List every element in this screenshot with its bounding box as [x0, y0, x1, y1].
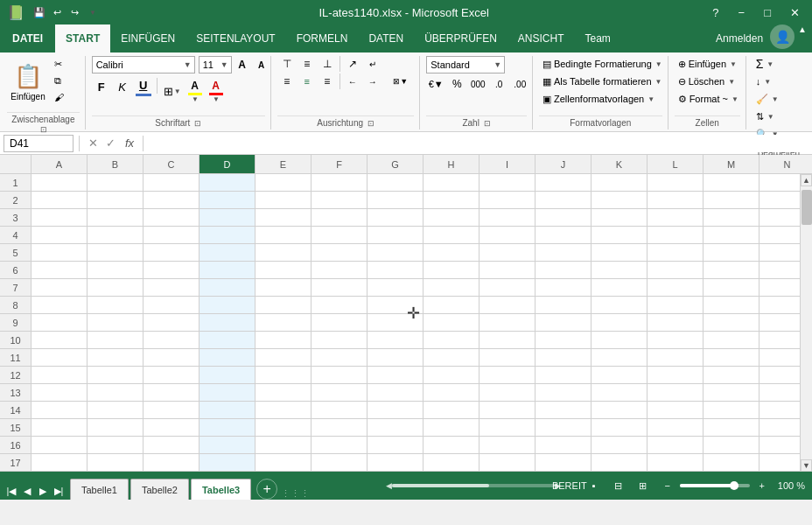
cell-C3[interactable]	[144, 209, 200, 227]
user-avatar[interactable]: 👤	[770, 24, 794, 49]
number-format-selector[interactable]: Standard ▼	[426, 56, 505, 74]
cell-K15[interactable]	[592, 419, 648, 437]
cell-B2[interactable]	[88, 192, 144, 209]
fill-dropdown-icon[interactable]: ▼	[764, 78, 771, 86]
cell-K14[interactable]	[592, 402, 648, 419]
cell-M13[interactable]	[704, 384, 760, 402]
cell-H12[interactable]	[424, 367, 480, 384]
font-size-dropdown-icon[interactable]: ▼	[220, 60, 231, 69]
cell-N1[interactable]	[760, 174, 800, 192]
cell-E2[interactable]	[256, 192, 312, 209]
col-header-M[interactable]: M	[704, 155, 760, 173]
col-header-D[interactable]: D	[200, 155, 256, 173]
cell-B11[interactable]	[88, 349, 144, 367]
col-header-N[interactable]: N	[760, 155, 800, 173]
cell-B6[interactable]	[88, 262, 144, 279]
tab-einfuegen[interactable]: EINFÜGEN	[110, 24, 186, 52]
cell-E14[interactable]	[256, 402, 312, 419]
cell-N8[interactable]	[760, 297, 800, 314]
cell-F9[interactable]	[312, 314, 368, 332]
cell-M11[interactable]	[704, 349, 760, 367]
cell-E11[interactable]	[256, 349, 312, 367]
cell-D1[interactable]	[200, 174, 256, 192]
cell-G1[interactable]	[368, 174, 424, 192]
redo-icon[interactable]: ↪	[66, 4, 82, 20]
cell-D14[interactable]	[200, 402, 256, 419]
cell-J3[interactable]	[536, 209, 592, 227]
cell-C11[interactable]	[144, 349, 200, 367]
cell-J10[interactable]	[536, 332, 592, 349]
row-header-8[interactable]: 8	[0, 297, 31, 314]
sort-filter-dropdown-icon[interactable]: ▼	[767, 113, 774, 121]
tab-formeln[interactable]: FORMELN	[286, 24, 359, 52]
cell-B14[interactable]	[88, 402, 144, 419]
zoom-out-button[interactable]: −	[659, 477, 676, 494]
align-center-button[interactable]: ≡	[298, 74, 317, 89]
cell-A12[interactable]	[32, 367, 88, 384]
cell-A4[interactable]	[32, 227, 88, 244]
cell-B3[interactable]	[88, 209, 144, 227]
sheet-nav-first-icon[interactable]: |◀	[4, 482, 19, 500]
sheet-nav-prev-icon[interactable]: ◀	[19, 482, 35, 500]
minimize-button[interactable]: −	[733, 6, 751, 19]
cell-E17[interactable]	[256, 454, 312, 472]
cell-H13[interactable]	[424, 384, 480, 402]
cell-H8[interactable]	[424, 297, 480, 314]
font-color-button[interactable]: A ▼	[206, 78, 226, 105]
conditional-format-button[interactable]: ▤ Bedingte Formatierung ▼	[539, 56, 666, 72]
cell-K9[interactable]	[592, 314, 648, 332]
cell-J8[interactable]	[536, 297, 592, 314]
text-angle-button[interactable]: ↗	[343, 56, 362, 72]
cell-G2[interactable]	[368, 192, 424, 209]
font-increase-button[interactable]: A	[234, 56, 251, 74]
cell-K17[interactable]	[592, 454, 648, 472]
col-header-I[interactable]: I	[480, 155, 536, 173]
cell-G10[interactable]	[368, 332, 424, 349]
cell-J12[interactable]	[536, 367, 592, 384]
cell-K8[interactable]	[592, 297, 648, 314]
cell-I16[interactable]	[480, 437, 536, 454]
border-dropdown-icon[interactable]: ▼	[174, 88, 181, 95]
cell-E5[interactable]	[256, 244, 312, 262]
cell-I5[interactable]	[480, 244, 536, 262]
sheet-nav-next-icon[interactable]: ▶	[35, 482, 51, 500]
cell-B4[interactable]	[88, 227, 144, 244]
cell-C1[interactable]	[144, 174, 200, 192]
cell-A9[interactable]	[32, 314, 88, 332]
format-as-table-dropdown-icon[interactable]: ▼	[655, 78, 662, 86]
zoom-thumb[interactable]	[730, 481, 738, 490]
cell-K11[interactable]	[592, 349, 648, 367]
decrease-decimal-button[interactable]: .00	[510, 75, 529, 93]
insert-cells-dropdown-icon[interactable]: ▼	[730, 60, 737, 68]
row-header-3[interactable]: 3	[0, 209, 31, 227]
cell-J16[interactable]	[536, 437, 592, 454]
cell-I8[interactable]	[480, 297, 536, 314]
row-header-12[interactable]: 12	[0, 367, 31, 384]
cell-C17[interactable]	[144, 454, 200, 472]
row-header-9[interactable]: 9	[0, 314, 31, 332]
cell-J6[interactable]	[536, 262, 592, 279]
tab-datei[interactable]: DATEI	[0, 24, 55, 52]
cell-N15[interactable]	[760, 419, 800, 437]
h-scroll-track[interactable]	[392, 484, 555, 487]
zoom-in-button[interactable]: +	[753, 477, 771, 494]
copy-button[interactable]: ⧉	[51, 73, 67, 88]
number-format-dropdown-icon[interactable]: ▼	[494, 60, 504, 69]
cell-B5[interactable]	[88, 244, 144, 262]
cell-N16[interactable]	[760, 437, 800, 454]
cell-D7[interactable]	[200, 279, 256, 297]
underline-button[interactable]: U	[134, 78, 153, 105]
wrap-text-button[interactable]: ↵	[363, 56, 382, 72]
cell-D9[interactable]	[200, 314, 256, 332]
cell-J13[interactable]	[536, 384, 592, 402]
cell-L13[interactable]	[648, 384, 704, 402]
row-header-7[interactable]: 7	[0, 279, 31, 297]
cell-styles-dropdown-icon[interactable]: ▼	[648, 95, 654, 103]
cell-I10[interactable]	[480, 332, 536, 349]
sum-button[interactable]: Σ ▼	[752, 56, 778, 72]
cell-E1[interactable]	[256, 174, 312, 192]
cell-N6[interactable]	[760, 262, 800, 279]
cell-E4[interactable]	[256, 227, 312, 244]
sheet-tab-tabelle2[interactable]: Tabelle2	[130, 479, 189, 500]
thousands-button[interactable]: 000	[468, 75, 487, 93]
